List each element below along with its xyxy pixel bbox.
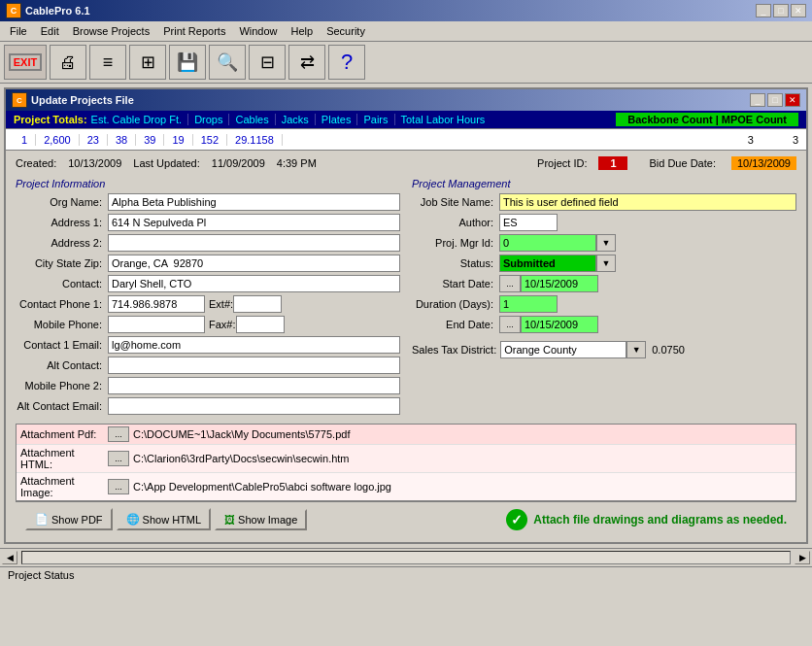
close-button[interactable]: ✕ xyxy=(791,4,806,17)
exit-button[interactable]: EXIT xyxy=(4,45,47,80)
show-html-button[interactable]: 🌐 Show HTML xyxy=(117,508,212,530)
end-date-picker[interactable]: ... xyxy=(499,316,521,333)
address2-label: Address 2: xyxy=(16,237,108,249)
alt-contact-label: Alt Contact: xyxy=(16,359,108,371)
mobile-input[interactable] xyxy=(108,316,205,333)
bottom-bar: 📄 Show PDF 🌐 Show HTML 🖼 Show Image ✓ At… xyxy=(16,501,796,536)
inner-minimize[interactable]: _ xyxy=(750,93,765,107)
print-button[interactable]: 🖨 xyxy=(50,45,86,80)
duration-input[interactable] xyxy=(499,295,558,313)
html-label: Attachment HTML: xyxy=(20,447,108,470)
updated-date: 11/09/2009 xyxy=(212,157,265,169)
status-bar: Project Status xyxy=(0,566,812,583)
list-button[interactable]: ≡ xyxy=(89,45,126,80)
start-date-label: Start Date: xyxy=(412,278,499,289)
author-input[interactable] xyxy=(499,214,558,231)
city-state-input[interactable] xyxy=(108,255,400,272)
preview-button[interactable]: 🔍 xyxy=(209,45,246,80)
mobile2-input[interactable] xyxy=(108,377,400,394)
alt-contact-row: Alt Contact: xyxy=(16,357,400,374)
address1-label: Address 1: xyxy=(16,217,108,228)
help-button[interactable]: ? xyxy=(328,45,365,80)
ext-input[interactable] xyxy=(233,295,282,313)
save-button[interactable]: 💾 xyxy=(169,45,206,80)
sales-tax-input[interactable] xyxy=(500,341,626,358)
menu-edit[interactable]: Edit xyxy=(35,23,65,39)
maximize-button[interactable]: □ xyxy=(773,4,789,17)
proj-mgr-dropdown[interactable]: ▼ xyxy=(596,234,616,252)
end-date-input[interactable] xyxy=(521,316,598,333)
val-pairs: 152 xyxy=(193,134,227,146)
phone1-input[interactable] xyxy=(108,295,205,313)
val-cables: 38 xyxy=(108,134,136,146)
col-drops: Drops xyxy=(194,114,229,125)
meta-row: Created: 10/13/2009 Last Updated: 11/09/… xyxy=(16,156,796,170)
project-info-title: Project Information xyxy=(16,178,400,189)
status-dropdown[interactable]: ▼ xyxy=(596,255,616,272)
col-cables: Cables xyxy=(235,114,275,125)
contact-input[interactable] xyxy=(108,275,400,292)
col-plates: Plates xyxy=(321,114,358,125)
inner-maximize[interactable]: □ xyxy=(767,93,783,107)
scroll-track[interactable] xyxy=(21,551,791,564)
menu-print-reports[interactable]: Print Reports xyxy=(157,23,231,39)
attachment-section: Attachment Pdf: ... C:\DOCUME~1\Jack\My … xyxy=(16,424,796,501)
start-date-picker[interactable]: ... xyxy=(499,275,521,292)
show-html-label: Show HTML xyxy=(143,514,202,526)
fax-input[interactable] xyxy=(236,316,285,333)
scroll-left[interactable]: ◀ xyxy=(2,551,17,564)
image-browse-button[interactable]: ... xyxy=(108,479,129,494)
scroll-right[interactable]: ▶ xyxy=(795,551,810,564)
proj-mgr-row: Proj. Mgr Id: ▼ xyxy=(412,234,796,252)
bid-due-date: 10/13/2009 xyxy=(731,156,796,170)
alt-contact-input[interactable] xyxy=(108,357,400,374)
menu-file[interactable]: File xyxy=(4,23,33,39)
backbone-count-val: 3 xyxy=(748,134,754,146)
table-button[interactable]: ⊞ xyxy=(129,45,166,80)
pdf-label: Attachment Pdf: xyxy=(20,428,108,440)
col-pairs: Pairs xyxy=(363,114,394,125)
proj-mgr-input[interactable] xyxy=(499,234,596,252)
address1-input[interactable] xyxy=(108,214,400,231)
check-icon: ✓ xyxy=(506,509,527,530)
start-date-input[interactable] xyxy=(521,275,598,292)
transfer-button[interactable]: ⇄ xyxy=(288,45,325,80)
status-input[interactable] xyxy=(499,255,596,272)
menu-browse-projects[interactable]: Browse Projects xyxy=(67,23,155,39)
pdf-browse-button[interactable]: ... xyxy=(108,426,129,442)
phone1-label: Contact Phone 1: xyxy=(16,298,108,310)
show-image-button[interactable]: 🖼 Show Image xyxy=(215,509,307,530)
html-browse-button[interactable]: ... xyxy=(108,451,129,466)
address2-row: Address 2: xyxy=(16,234,400,252)
update-projects-window: C Update Projects File _ □ ✕ Project Tot… xyxy=(4,87,808,544)
show-pdf-button[interactable]: 📄 Show PDF xyxy=(25,508,113,530)
email-input[interactable] xyxy=(108,336,400,354)
ext-label: Ext#: xyxy=(209,298,233,310)
inner-close[interactable]: ✕ xyxy=(785,93,800,107)
menu-help[interactable]: Help xyxy=(286,23,320,39)
org-name-row: Org Name: xyxy=(16,193,400,211)
sales-tax-dropdown[interactable]: ▼ xyxy=(626,341,646,358)
address2-input[interactable] xyxy=(108,234,400,252)
menu-window[interactable]: Window xyxy=(233,23,283,39)
alt-email-input[interactable] xyxy=(108,397,400,415)
author-label: Author: xyxy=(412,217,499,228)
sales-tax-value: 0.0750 xyxy=(652,344,685,356)
col-jacks: Jacks xyxy=(282,114,316,125)
inner-title-bar: C Update Projects File _ □ ✕ xyxy=(6,89,806,111)
val-row: 1 xyxy=(14,134,36,146)
mobile-row: Mobile Phone: Fax#: xyxy=(16,316,400,333)
fax-label: Fax#: xyxy=(209,319,236,330)
org-name-input[interactable] xyxy=(108,193,400,211)
col-est-cable: Est. Cable Drop Ft. xyxy=(91,114,189,125)
val-labor: 29.1158 xyxy=(227,134,283,146)
grid-button[interactable]: ⊟ xyxy=(249,45,286,80)
window-title: Update Projects File xyxy=(31,94,134,106)
pdf-icon: 📄 xyxy=(35,513,49,526)
job-site-row: Job Site Name: xyxy=(412,193,796,211)
job-site-input[interactable] xyxy=(499,193,796,211)
app-title: CablePro 6.1 xyxy=(25,5,90,17)
menu-security[interactable]: Security xyxy=(321,23,371,39)
minimize-button[interactable]: _ xyxy=(756,4,771,17)
status-text: Project Status xyxy=(8,569,74,581)
